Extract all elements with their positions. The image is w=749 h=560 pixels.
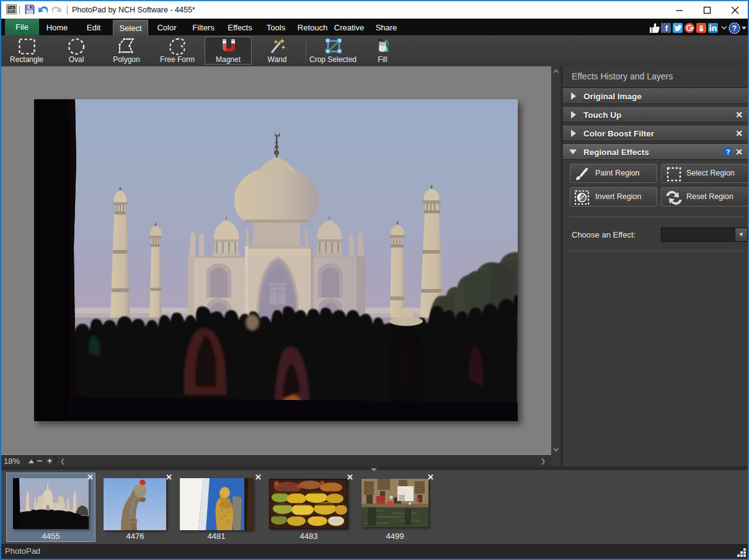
svg-text:?: ?	[726, 148, 730, 156]
svg-text:?: ?	[732, 24, 737, 33]
svg-text:f: f	[665, 24, 668, 33]
